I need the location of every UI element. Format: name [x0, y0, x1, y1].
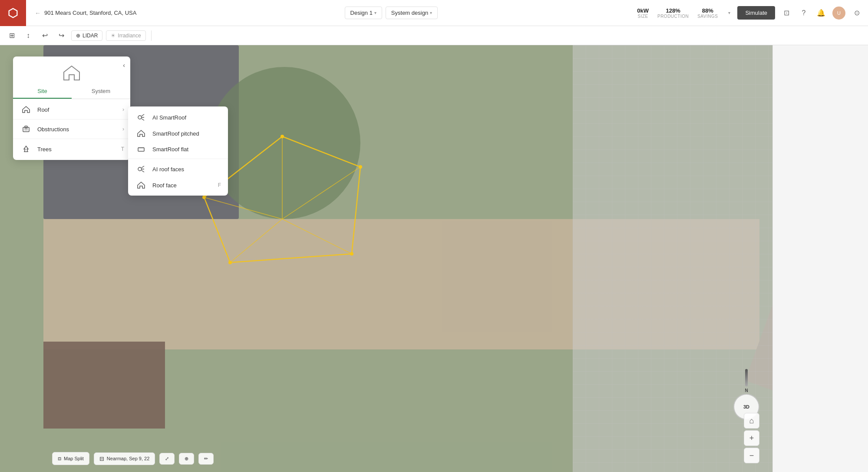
- map-split-icon: ⧈: [58, 455, 61, 462]
- irradiance-label: Irradiance: [118, 33, 141, 39]
- stats-group: 0kW SIZE 128% PRODUCTION 88% SAVINGS ▾: [637, 7, 730, 19]
- draw-button[interactable]: ✏: [198, 453, 214, 465]
- collapse-button[interactable]: ‹: [123, 62, 125, 69]
- system-design-chevron: ▾: [430, 10, 432, 15]
- site-panel-tabs: Site System: [13, 84, 130, 99]
- svg-rect-12: [25, 126, 27, 128]
- trees-label: Trees: [37, 146, 52, 153]
- submenu-item-smartroof-flat[interactable]: SmartRoof flat: [128, 141, 228, 157]
- secondary-toolbar: ⊞ ↕ ↩ ↪ ⊕ LIDAR ☀ Irradiance: [0, 26, 868, 45]
- smartroof-flat-icon: [135, 146, 147, 153]
- divider-2: [13, 139, 130, 139]
- compass-area: N 3D: [733, 369, 759, 420]
- house-icon-area: [13, 65, 130, 81]
- inspector-panel: INSPECTOR: [772, 0, 868, 472]
- roof-arrow: ›: [122, 106, 124, 113]
- svg-line-2: [282, 167, 360, 219]
- bottom-toolbar: ⧈ Map Split ⊟ Nearmap, Sep 9, 22 ⤢ ⊕ ✏: [52, 452, 214, 465]
- roof-icon: [20, 106, 32, 113]
- roof-face-shortcut: F: [218, 182, 221, 188]
- tab-site[interactable]: Site: [13, 84, 72, 99]
- stat-size: 0kW SIZE: [637, 7, 649, 19]
- site-item-obstructions[interactable]: Obstructions ›: [13, 120, 130, 138]
- submenu-item-smartroof-pitched[interactable]: SmartRoof pitched: [128, 126, 228, 141]
- site-item-roof[interactable]: Roof ›: [13, 101, 130, 118]
- undo-tool[interactable]: ↩: [38, 29, 51, 42]
- ai-roof-faces-icon: [135, 165, 147, 173]
- lidar-button[interactable]: ⊕ LIDAR: [71, 30, 102, 41]
- address-text: 901 Mears Court, Stanford, CA, USA: [44, 10, 136, 16]
- map-split-label: Map Split: [64, 456, 84, 461]
- irradiance-button[interactable]: ☀ Irradiance: [106, 30, 145, 41]
- topbar-icon-group: ⊡ ? 🔔 U ⊙: [775, 7, 868, 20]
- production-value: 128%: [657, 7, 689, 14]
- zoom-out-button[interactable]: −: [744, 448, 759, 463]
- design-label: Design 1: [350, 10, 373, 16]
- lidar-icon: ⊕: [76, 33, 80, 39]
- help-icon[interactable]: ?: [798, 7, 810, 19]
- user-avatar[interactable]: U: [832, 7, 845, 20]
- svg-line-3: [230, 219, 282, 263]
- savings-label: SAVINGS: [697, 14, 718, 19]
- site-item-trees[interactable]: Trees T: [13, 140, 130, 158]
- bell-icon[interactable]: 🔔: [815, 7, 827, 19]
- svg-point-7: [359, 165, 362, 169]
- svg-point-10: [202, 196, 206, 199]
- lidar-label: LIDAR: [83, 33, 98, 39]
- site-panel-items: Roof › Obstructions ›: [13, 99, 130, 160]
- compass-north-label: N: [745, 388, 748, 393]
- stats-chevron[interactable]: ▾: [728, 10, 730, 15]
- roof-face-icon: [135, 182, 147, 189]
- divider-1: [13, 119, 130, 120]
- svg-line-24: [142, 170, 144, 172]
- tab-system[interactable]: System: [72, 84, 130, 99]
- zoom-in-button[interactable]: +: [744, 430, 759, 446]
- logo-icon: [7, 7, 19, 19]
- ai-smartroof-icon: [135, 113, 147, 121]
- smartroof-flat-label: SmartRoof flat: [152, 146, 188, 153]
- design-dropdown[interactable]: Design 1 ▾: [345, 7, 382, 19]
- nearmap-label: Nearmap, Sep 9, 22: [107, 456, 149, 461]
- svg-line-22: [142, 166, 144, 168]
- layers-button[interactable]: ⊕: [179, 453, 194, 465]
- obstructions-icon: [20, 126, 32, 133]
- site-panel-header: ‹: [13, 57, 130, 62]
- obstructions-arrow: ›: [122, 126, 124, 132]
- smartroof-pitched-icon: [135, 130, 147, 137]
- monitor-icon[interactable]: ⊡: [780, 7, 792, 19]
- size-label: SIZE: [637, 14, 649, 19]
- home-button[interactable]: ⌂: [744, 413, 759, 429]
- app-logo[interactable]: [0, 0, 26, 26]
- svg-rect-19: [138, 148, 144, 151]
- system-design-dropdown[interactable]: System design ▾: [386, 7, 438, 19]
- layers-icon: ⊕: [185, 456, 188, 462]
- irradiance-icon: ☀: [111, 33, 116, 39]
- svg-point-8: [350, 252, 353, 256]
- grid-tool[interactable]: ⊞: [5, 29, 18, 42]
- map-split-button[interactable]: ⧈ Map Split: [52, 452, 89, 465]
- smartroof-pitched-label: SmartRoof pitched: [152, 130, 199, 137]
- redo-tool[interactable]: ↪: [55, 29, 68, 42]
- stat-savings: 88% SAVINGS: [697, 7, 718, 19]
- roof-submenu: AI SmartRoof SmartRoof pitched SmartRoof…: [128, 106, 228, 196]
- svg-line-16: [142, 114, 144, 116]
- map-controls: ⌂ + −: [744, 413, 759, 463]
- submenu-item-ai-smartroof[interactable]: AI SmartRoof: [128, 109, 228, 126]
- site-panel: ‹ Site System Roof ›: [13, 57, 130, 160]
- svg-point-6: [281, 135, 284, 138]
- arrow-tool[interactable]: ↕: [22, 29, 35, 42]
- svg-point-15: [138, 116, 142, 119]
- simulate-button[interactable]: Simulate: [737, 6, 775, 20]
- svg-point-9: [228, 261, 232, 264]
- submenu-item-ai-roof-faces[interactable]: AI roof faces: [128, 161, 228, 177]
- ai-smartroof-label: AI SmartRoof: [152, 114, 186, 121]
- nearmap-icon: ⊟: [99, 455, 104, 462]
- settings-icon[interactable]: ⊙: [851, 7, 863, 19]
- stat-production: 128% PRODUCTION: [657, 7, 689, 19]
- submenu-item-roof-face[interactable]: Roof face F: [128, 177, 228, 193]
- nearmap-button[interactable]: ⊟ Nearmap, Sep 9, 22: [94, 452, 155, 465]
- expand-button[interactable]: ⤢: [159, 453, 175, 465]
- back-arrow[interactable]: ←: [35, 10, 41, 17]
- roof-label: Roof: [37, 106, 49, 113]
- ai-roof-faces-label: AI roof faces: [152, 166, 184, 173]
